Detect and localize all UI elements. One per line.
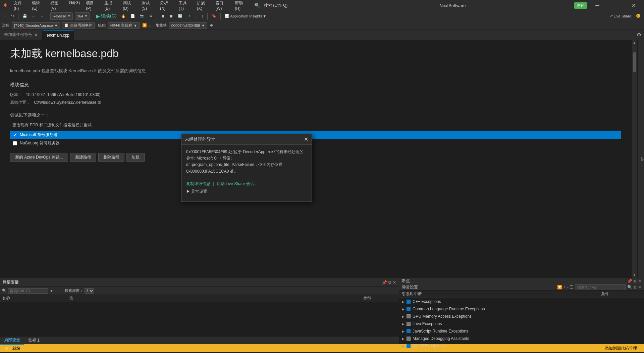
menu-window[interactable]: 窗口(W)	[213, 0, 231, 12]
menu-test[interactable]: 测试(S)	[139, 0, 157, 12]
depth-select[interactable]: 3 1 2 5	[85, 288, 94, 294]
tab-watch1[interactable]: 监视 1	[24, 337, 44, 344]
expand-icon[interactable]: ▶	[402, 344, 405, 348]
scroll-thumb[interactable]	[633, 52, 636, 72]
toolbar-bookmark[interactable]: 🔖	[210, 13, 218, 19]
menu-debug[interactable]: 调试(D)	[120, 0, 138, 12]
tab-close-icon[interactable]: ✕	[34, 32, 38, 38]
scroll-up-arrow[interactable]: ▲	[632, 40, 637, 45]
toolbar-misc-3[interactable]: ⚙	[147, 13, 155, 19]
live-share-session-link[interactable]: 启动 Live Share 会话...	[217, 181, 258, 186]
modal-resize-handle[interactable]: ⌟	[181, 198, 312, 202]
feedback-button[interactable]: 😊	[634, 13, 643, 19]
server-microsoft[interactable]: Microsoft 符号服务器	[10, 131, 621, 139]
bp-float-button[interactable]: ⧉	[634, 279, 637, 283]
server-nuget-checkbox[interactable]	[13, 141, 17, 145]
toolbar-misc-1[interactable]: 📄	[128, 13, 137, 19]
menu-extensions[interactable]: 扩展(X)	[194, 0, 212, 12]
tab-settings-button[interactable]: ⚙	[634, 32, 644, 38]
toolbar-nav-back[interactable]: ←	[30, 13, 38, 19]
toolbar-nav-fwd[interactable]: →	[38, 13, 46, 19]
app-insights-button[interactable]: 📊 Application Insights ▼	[223, 13, 268, 19]
locals-float-button[interactable]: ⧉	[388, 280, 391, 285]
exc-settings-icon[interactable]: ☰	[570, 285, 574, 290]
live-share-button[interactable]: ↗ Live Share	[608, 13, 633, 19]
tab-locals[interactable]: 局部变量	[0, 336, 24, 345]
expand-icon[interactable]: ▶	[402, 315, 405, 318]
menu-build[interactable]: 生成(B)	[102, 0, 119, 12]
app-insights-label: Application Insights	[230, 14, 262, 18]
expand-icon[interactable]: ▶	[402, 337, 405, 341]
toolbar-save[interactable]: 💾	[20, 13, 29, 19]
locals-nav-fwd[interactable]: →	[60, 289, 63, 293]
close-button[interactable]: ✕	[626, 0, 641, 11]
scroll-track[interactable]	[632, 45, 637, 272]
exc-remove-icon[interactable]: -	[567, 285, 569, 290]
menu-file[interactable]: 文件(F)	[11, 0, 29, 12]
locals-close-button[interactable]: ✕	[393, 280, 396, 285]
bp-pin-button[interactable]: 📌	[627, 279, 632, 283]
exc-add-icon[interactable]: +	[564, 285, 566, 290]
toolbar-pause[interactable]: ⏸	[159, 13, 167, 19]
toolbar-undo[interactable]: ↩	[1, 13, 8, 19]
exc-filter-icon[interactable]: 🔽	[557, 285, 562, 290]
thread-dropdown[interactable]: [4044] 主线程 ▼	[108, 22, 140, 29]
exception-rows: ▶ C++ Exceptions ▶ Common Language Runti…	[399, 298, 644, 350]
menu-edit[interactable]: 编辑(E)	[29, 0, 47, 12]
exc-search-icon[interactable]: 🔍	[627, 285, 632, 290]
server-nuget[interactable]: NuGet.org 符号服务器	[10, 139, 621, 147]
title-search-hint[interactable]: 搜索 (Ctrl+Q)	[264, 3, 331, 8]
lifecycle-dropdown[interactable]: 📋 生命周期事件	[62, 22, 95, 29]
menu-tools[interactable]: 工具(T)	[176, 0, 194, 12]
menu-analyze[interactable]: 分析(N)	[157, 0, 175, 12]
tab-no-symbols[interactable]: 未加载任何符号 ✕	[0, 30, 43, 40]
expand-icon[interactable]: ▶	[402, 322, 405, 326]
locals-pin-button[interactable]: 📌	[382, 280, 387, 285]
configuration-dropdown[interactable]: Release ▼	[50, 12, 73, 20]
menu-view[interactable]: 视图(V)	[48, 0, 65, 12]
toolbar-stepout[interactable]: ↑	[200, 13, 206, 19]
minimize-button[interactable]: ─	[590, 0, 605, 11]
toolbar-restart[interactable]: 🔄	[176, 13, 184, 19]
stack-dropdown[interactable]: 00007ffa5f304f69 ▼	[169, 22, 207, 29]
search-down-icon[interactable]: ▼	[50, 289, 53, 293]
platform-dropdown[interactable]: x64 ▼	[75, 12, 90, 20]
load-button[interactable]: 加载	[126, 153, 145, 162]
tab-encmain[interactable]: encmain.cpp	[43, 30, 74, 40]
toolbar-stepover[interactable]: ⇥	[185, 13, 192, 19]
source-control-button[interactable]: 添加到源代码管理 ↑	[605, 346, 640, 351]
locals-search-input[interactable]	[8, 288, 48, 294]
exception-search-input[interactable]	[575, 284, 626, 290]
azure-devops-button[interactable]: 新的 Azure DevOps 路径...	[10, 153, 68, 162]
menu-project[interactable]: 项目(P)	[83, 0, 101, 12]
breakpoints-panel-header: 断点 📌 ⧉ ✕	[399, 278, 644, 284]
stack-extra-btn[interactable]: ⊕	[210, 23, 213, 28]
maximize-button[interactable]: □	[608, 0, 623, 11]
hot-reload-button[interactable]: 🔥	[119, 13, 128, 19]
locals-nav-back[interactable]: ←	[55, 289, 58, 293]
expand-icon[interactable]: ▶	[402, 307, 405, 311]
toolbar-stepin[interactable]: ↓	[193, 13, 199, 19]
expand-icon[interactable]: ▶	[402, 329, 405, 333]
expand-icon[interactable]: ▶	[402, 300, 405, 304]
copy-details-link[interactable]: 复制详细信息	[186, 181, 210, 186]
continue-button[interactable]: ▶ 继续(C)	[94, 12, 118, 20]
menu-git[interactable]: Git(G)	[66, 0, 83, 12]
exc-float-button[interactable]: ⧉	[634, 285, 637, 290]
user-badge[interactable]: 惠孙	[574, 2, 587, 9]
configuration-value: Release	[53, 14, 66, 18]
toolbar-stop[interactable]: ⏹	[167, 13, 175, 19]
menu-help[interactable]: 帮助(H)	[232, 0, 250, 12]
modal-close-button[interactable]: ✕	[304, 136, 308, 142]
exception-settings-expand[interactable]: ▶ 异常设置	[186, 189, 207, 194]
new-path-button[interactable]: 新建路径	[70, 153, 96, 162]
exc-row-js: ▶ JavaScript Runtime Exceptions	[399, 327, 644, 335]
scroll-down-arrow[interactable]: ▼	[632, 272, 637, 278]
toolbar-redo[interactable]: ↪	[9, 13, 16, 19]
exc-close-button[interactable]: ✕	[638, 285, 641, 290]
delete-path-button[interactable]: 删除路径	[98, 153, 124, 162]
server-microsoft-checkbox[interactable]	[13, 133, 17, 137]
process-dropdown[interactable]: [7140] DecoderApp.exe ▼	[12, 22, 60, 29]
bp-close-button[interactable]: ✕	[638, 279, 641, 283]
toolbar-misc-2[interactable]: 📷	[138, 13, 147, 19]
